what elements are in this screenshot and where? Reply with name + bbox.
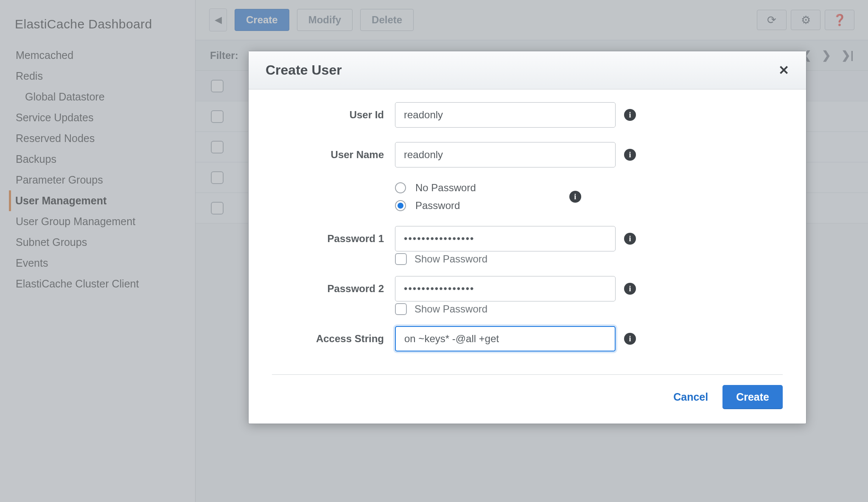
cancel-button[interactable]: Cancel (673, 391, 708, 403)
show-password2-label: Show Password (414, 303, 487, 315)
info-icon[interactable]: i (569, 191, 581, 203)
no-password-radio-label: No Password (415, 182, 476, 194)
show-password1-checkbox[interactable] (395, 253, 407, 265)
info-icon[interactable]: i (624, 109, 636, 121)
access-string-label: Access String (272, 333, 395, 345)
no-password-radio[interactable] (395, 182, 406, 193)
show-password2-checkbox[interactable] (395, 303, 407, 315)
show-password1-label: Show Password (414, 253, 487, 265)
password-radio[interactable] (395, 200, 406, 211)
user-name-input[interactable] (395, 142, 616, 167)
password-radio-label: Password (415, 200, 460, 212)
modal-header: Create User ✕ (249, 51, 806, 89)
modal-footer: Cancel Create (272, 374, 783, 424)
password1-input[interactable] (395, 226, 616, 251)
modal-body: User Id i User Name i No Password Passwo… (249, 89, 806, 370)
password2-input[interactable] (395, 276, 616, 301)
password2-label: Password 2 (272, 283, 395, 295)
close-icon[interactable]: ✕ (778, 63, 789, 78)
user-name-label: User Name (272, 149, 395, 161)
access-string-input[interactable] (395, 326, 616, 351)
info-icon[interactable]: i (624, 333, 636, 345)
modal-title: Create User (266, 62, 342, 78)
create-user-dialog: Create User ✕ User Id i User Name i No P… (248, 51, 806, 424)
info-icon[interactable]: i (624, 149, 636, 161)
info-icon[interactable]: i (624, 283, 636, 295)
password1-label: Password 1 (272, 233, 395, 245)
submit-create-button[interactable]: Create (722, 385, 783, 409)
user-id-label: User Id (272, 109, 395, 121)
user-id-input[interactable] (395, 102, 616, 128)
info-icon[interactable]: i (624, 233, 636, 245)
